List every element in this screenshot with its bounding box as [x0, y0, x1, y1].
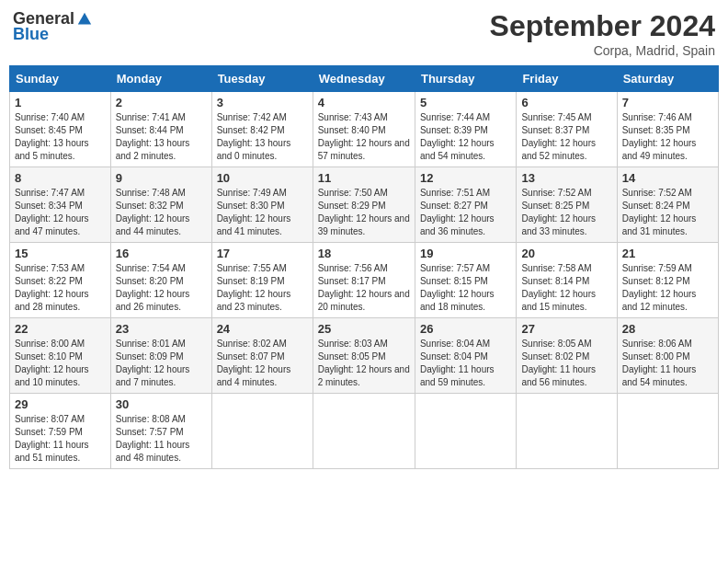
day-number: 8 — [15, 171, 106, 185]
day-info: Sunrise: 7:53 AMSunset: 8:22 PMDaylight:… — [15, 263, 89, 312]
day-info: Sunrise: 7:52 AMSunset: 8:25 PMDaylight:… — [521, 188, 596, 236]
month-title: September 2024 — [490, 9, 715, 43]
calendar-cell: 25 Sunrise: 8:03 AMSunset: 8:05 PMDaylig… — [313, 318, 415, 394]
day-info: Sunrise: 7:45 AMSunset: 8:37 PMDaylight:… — [521, 112, 596, 161]
logo: General Blue — [13, 9, 93, 44]
day-number: 21 — [622, 247, 713, 260]
day-info: Sunrise: 8:08 AMSunset: 7:57 PMDaylight:… — [116, 414, 190, 463]
day-number: 23 — [116, 322, 207, 336]
day-number: 17 — [217, 247, 308, 260]
day-info: Sunrise: 7:48 AMSunset: 8:32 PMDaylight:… — [116, 188, 190, 236]
day-number: 19 — [420, 247, 511, 260]
calendar-cell: 8 Sunrise: 7:47 AMSunset: 8:34 PMDayligh… — [10, 167, 111, 243]
calendar-cell — [313, 394, 415, 469]
header-saturday: Saturday — [617, 66, 718, 92]
day-number: 18 — [318, 247, 410, 260]
calendar-week-4: 22 Sunrise: 8:00 AMSunset: 8:10 PMDaylig… — [10, 318, 719, 394]
day-number: 26 — [420, 322, 511, 336]
svg-marker-0 — [78, 12, 91, 24]
day-number: 15 — [15, 247, 106, 260]
calendar-cell: 14 Sunrise: 7:52 AMSunset: 8:24 PMDaylig… — [617, 167, 718, 243]
day-info: Sunrise: 8:01 AMSunset: 8:09 PMDaylight:… — [116, 339, 190, 387]
day-number: 9 — [116, 171, 207, 185]
day-number: 14 — [622, 171, 713, 185]
day-info: Sunrise: 7:47 AMSunset: 8:34 PMDaylight:… — [15, 188, 89, 236]
calendar-cell: 21 Sunrise: 7:59 AMSunset: 8:12 PMDaylig… — [617, 243, 718, 318]
day-number: 25 — [318, 322, 410, 336]
calendar-week-1: 1 Sunrise: 7:40 AMSunset: 8:45 PMDayligh… — [10, 92, 719, 167]
day-number: 24 — [217, 322, 308, 336]
day-number: 4 — [318, 96, 410, 109]
day-info: Sunrise: 7:51 AMSunset: 8:27 PMDaylight:… — [420, 188, 495, 236]
location: Corpa, Madrid, Spain — [490, 43, 715, 58]
day-info: Sunrise: 8:07 AMSunset: 7:59 PMDaylight:… — [15, 414, 89, 463]
calendar-cell: 19 Sunrise: 7:57 AMSunset: 8:15 PMDaylig… — [415, 243, 516, 318]
logo-blue-text: Blue — [13, 25, 49, 44]
header-sunday: Sunday — [10, 66, 111, 92]
calendar-cell: 13 Sunrise: 7:52 AMSunset: 8:25 PMDaylig… — [517, 167, 617, 243]
calendar-cell — [617, 394, 718, 469]
calendar-cell — [211, 394, 313, 469]
day-info: Sunrise: 7:41 AMSunset: 8:44 PMDaylight:… — [116, 112, 190, 161]
day-number: 20 — [521, 247, 611, 260]
calendar-cell: 2 Sunrise: 7:41 AMSunset: 8:44 PMDayligh… — [110, 92, 211, 167]
day-number: 6 — [521, 96, 611, 109]
calendar-cell — [517, 394, 617, 469]
day-number: 10 — [217, 171, 308, 185]
header-friday: Friday — [517, 66, 617, 92]
calendar-cell: 3 Sunrise: 7:42 AMSunset: 8:42 PMDayligh… — [211, 92, 313, 167]
calendar-cell: 9 Sunrise: 7:48 AMSunset: 8:32 PMDayligh… — [110, 167, 211, 243]
day-info: Sunrise: 7:50 AMSunset: 8:29 PMDaylight:… — [318, 188, 410, 236]
calendar-cell: 6 Sunrise: 7:45 AMSunset: 8:37 PMDayligh… — [517, 92, 617, 167]
day-number: 2 — [116, 96, 207, 109]
header-wednesday: Wednesday — [313, 66, 415, 92]
day-info: Sunrise: 8:06 AMSunset: 8:00 PMDaylight:… — [622, 339, 697, 387]
calendar-cell: 7 Sunrise: 7:46 AMSunset: 8:35 PMDayligh… — [617, 92, 718, 167]
calendar-cell: 18 Sunrise: 7:56 AMSunset: 8:17 PMDaylig… — [313, 243, 415, 318]
day-info: Sunrise: 7:55 AMSunset: 8:19 PMDaylight:… — [217, 263, 291, 312]
day-number: 22 — [15, 322, 106, 336]
day-info: Sunrise: 7:46 AMSunset: 8:35 PMDaylight:… — [622, 112, 697, 161]
day-info: Sunrise: 7:57 AMSunset: 8:15 PMDaylight:… — [420, 263, 495, 312]
page-header: General Blue September 2024 Corpa, Madri… — [9, 9, 719, 58]
calendar-cell: 29 Sunrise: 8:07 AMSunset: 7:59 PMDaylig… — [10, 394, 111, 469]
day-info: Sunrise: 7:44 AMSunset: 8:39 PMDaylight:… — [420, 112, 495, 161]
day-number: 28 — [622, 322, 713, 336]
calendar-cell: 16 Sunrise: 7:54 AMSunset: 8:20 PMDaylig… — [110, 243, 211, 318]
header-monday: Monday — [110, 66, 211, 92]
logo-icon — [76, 11, 93, 28]
day-info: Sunrise: 7:54 AMSunset: 8:20 PMDaylight:… — [116, 263, 190, 312]
calendar-cell: 22 Sunrise: 8:00 AMSunset: 8:10 PMDaylig… — [10, 318, 111, 394]
calendar-cell: 4 Sunrise: 7:43 AMSunset: 8:40 PMDayligh… — [313, 92, 415, 167]
day-info: Sunrise: 7:59 AMSunset: 8:12 PMDaylight:… — [622, 263, 697, 312]
calendar-cell: 30 Sunrise: 8:08 AMSunset: 7:57 PMDaylig… — [110, 394, 211, 469]
day-info: Sunrise: 8:00 AMSunset: 8:10 PMDaylight:… — [15, 339, 89, 387]
calendar-week-5: 29 Sunrise: 8:07 AMSunset: 7:59 PMDaylig… — [10, 394, 719, 469]
header-thursday: Thursday — [415, 66, 516, 92]
calendar-cell: 28 Sunrise: 8:06 AMSunset: 8:00 PMDaylig… — [617, 318, 718, 394]
day-info: Sunrise: 8:03 AMSunset: 8:05 PMDaylight:… — [318, 339, 410, 387]
day-info: Sunrise: 7:42 AMSunset: 8:42 PMDaylight:… — [217, 112, 291, 161]
day-number: 12 — [420, 171, 511, 185]
day-number: 27 — [521, 322, 611, 336]
calendar-week-2: 8 Sunrise: 7:47 AMSunset: 8:34 PMDayligh… — [10, 167, 719, 243]
calendar-cell: 5 Sunrise: 7:44 AMSunset: 8:39 PMDayligh… — [415, 92, 516, 167]
calendar-cell: 17 Sunrise: 7:55 AMSunset: 8:19 PMDaylig… — [211, 243, 313, 318]
day-info: Sunrise: 7:40 AMSunset: 8:45 PMDaylight:… — [15, 112, 89, 161]
calendar-cell: 1 Sunrise: 7:40 AMSunset: 8:45 PMDayligh… — [10, 92, 111, 167]
title-area: September 2024 Corpa, Madrid, Spain — [490, 9, 715, 58]
calendar-cell: 10 Sunrise: 7:49 AMSunset: 8:30 PMDaylig… — [211, 167, 313, 243]
calendar-cell: 23 Sunrise: 8:01 AMSunset: 8:09 PMDaylig… — [110, 318, 211, 394]
header-tuesday: Tuesday — [211, 66, 313, 92]
day-info: Sunrise: 8:04 AMSunset: 8:04 PMDaylight:… — [420, 339, 495, 387]
day-info: Sunrise: 8:05 AMSunset: 8:02 PMDaylight:… — [521, 339, 596, 387]
calendar-cell: 12 Sunrise: 7:51 AMSunset: 8:27 PMDaylig… — [415, 167, 516, 243]
day-number: 1 — [15, 96, 106, 109]
calendar-cell: 20 Sunrise: 7:58 AMSunset: 8:14 PMDaylig… — [517, 243, 617, 318]
day-info: Sunrise: 7:52 AMSunset: 8:24 PMDaylight:… — [622, 188, 697, 236]
day-info: Sunrise: 7:49 AMSunset: 8:30 PMDaylight:… — [217, 188, 291, 236]
calendar-cell: 27 Sunrise: 8:05 AMSunset: 8:02 PMDaylig… — [517, 318, 617, 394]
calendar-table: SundayMondayTuesdayWednesdayThursdayFrid… — [9, 65, 719, 469]
day-number: 11 — [318, 171, 410, 185]
calendar-cell: 24 Sunrise: 8:02 AMSunset: 8:07 PMDaylig… — [211, 318, 313, 394]
